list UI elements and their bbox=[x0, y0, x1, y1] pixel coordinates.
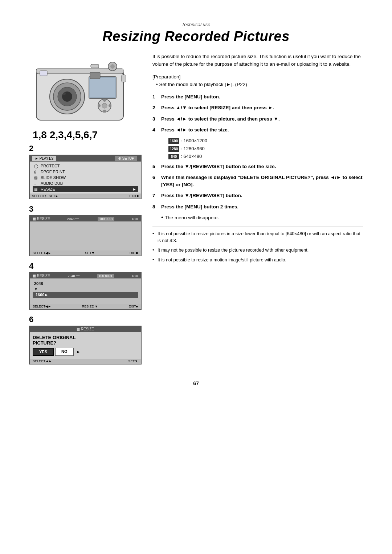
step-8-num: 8 bbox=[152, 203, 158, 211]
svg-rect-13 bbox=[40, 71, 47, 76]
screen6-line2: PICTURE? bbox=[33, 340, 138, 346]
note-2: It may not be possible to resize the pic… bbox=[152, 247, 363, 254]
size-list: 2048 ▼ 1600► bbox=[33, 280, 138, 298]
protect-icon: ◯ bbox=[34, 164, 39, 168]
screen4-body: 2048 ▼ 1600► bbox=[30, 278, 141, 304]
svg-point-6 bbox=[63, 92, 66, 95]
screen-6-mockup: ▦ RESIZE DELETE ORIGINAL PICTURE? YES NO… bbox=[29, 326, 142, 364]
step-number-2: 2 bbox=[29, 144, 142, 153]
size-1600: 1600► bbox=[33, 292, 138, 298]
menu-label-resize: RESIZE bbox=[41, 187, 55, 191]
size-bullet-1280: 1280 : 1280×960 bbox=[168, 145, 363, 152]
screen2-tab-play: ► PLAY1/2 bbox=[32, 156, 56, 161]
steps-list-2: 5 Press the ▼/[REVIEW/SET] button to set… bbox=[152, 163, 363, 211]
step-3: 3 Press ◄/► to select the picture, and t… bbox=[152, 115, 363, 123]
menu-label-slideshow: SLIDE SHOW bbox=[41, 175, 66, 180]
screen6-header: ▦ RESIZE bbox=[30, 326, 141, 332]
page-title: Resizing Recorded Pictures bbox=[29, 29, 363, 44]
preparation-label: [Preparation] bbox=[152, 74, 363, 80]
corner-tl bbox=[11, 11, 18, 18]
screen6-arrow: ► bbox=[77, 350, 81, 354]
screen6-buttons: YES NO ► bbox=[33, 348, 138, 356]
step8-note: • The menu will disappear. bbox=[152, 214, 363, 221]
menu-label-audiodub: AUDIO DUB bbox=[41, 181, 63, 186]
step-label-1-8: 1,8 2,3,4,5,6,7 bbox=[33, 129, 142, 141]
svg-point-16 bbox=[103, 110, 106, 113]
size-text-1280: : 1280×960 bbox=[181, 145, 204, 152]
svg-point-15 bbox=[103, 99, 106, 102]
preparation-bullet: • Set the mode dial to playback [►]. (P2… bbox=[152, 81, 363, 88]
step-2: 2 Press ▲/▼ to select [RESIZE] and then … bbox=[152, 104, 363, 111]
corner-bl bbox=[11, 536, 18, 543]
step-4-num: 4 bbox=[152, 126, 158, 134]
step-1-num: 1 bbox=[152, 93, 158, 101]
camera-svg bbox=[33, 55, 127, 124]
screen3-header-info: 2048 ━━ bbox=[67, 217, 81, 221]
note-3: It is not possible to resize a motion im… bbox=[152, 257, 363, 264]
intro-text: It is possible to reduce the recorded pi… bbox=[152, 53, 363, 68]
main-layout: 1,8 2,3,4,5,6,7 2 ► PLAY1/2 ⚙ SETUP ◯ PR… bbox=[29, 53, 363, 370]
screen6-no-button[interactable]: NO bbox=[55, 348, 74, 356]
right-column: It is possible to reduce the recorded pi… bbox=[152, 53, 363, 266]
screen2-header: ► PLAY1/2 ⚙ SETUP bbox=[30, 155, 141, 162]
size-text-640: : 640×480 bbox=[181, 153, 202, 160]
resize-icon: ▦ bbox=[34, 187, 39, 191]
size-arrow: ▼ bbox=[33, 286, 138, 292]
svg-rect-12 bbox=[91, 64, 99, 68]
screen4-footer: SELECT◀► RESIZE ▼ EXIT■ bbox=[30, 304, 141, 309]
svg-rect-9 bbox=[90, 72, 100, 79]
dpof-icon: ⎙ bbox=[34, 170, 39, 174]
svg-point-17 bbox=[98, 104, 101, 107]
left-column: 1,8 2,3,4,5,6,7 2 ► PLAY1/2 ⚙ SETUP ◯ PR… bbox=[29, 53, 142, 370]
screen3-footer-set: SET▼ bbox=[85, 251, 95, 255]
step-6-num: 6 bbox=[152, 174, 158, 189]
screen6-yes-button[interactable]: YES bbox=[33, 348, 54, 356]
screen2-footer: SELECT↑↓ SET► EXIT■ bbox=[30, 194, 141, 199]
screen6-footer: SELECT◄► SET▼ bbox=[30, 359, 141, 364]
step-3-text: Press ◄/► to select the picture, and the… bbox=[161, 115, 363, 123]
step-5-num: 5 bbox=[152, 163, 158, 170]
preparation-text: Set the mode dial to playback [►]. (P22) bbox=[159, 82, 247, 87]
step-6-text: When this message is displayed “DELETE O… bbox=[161, 174, 363, 189]
screen4-header: ▦ RESIZE 2048 ━━ 100-0001 1/10 bbox=[30, 273, 141, 278]
step-5: 5 Press the ▼/[REVIEW/SET] button to set… bbox=[152, 163, 363, 170]
size-sub-bullets: 1600 : 1600×1200 1280 : 1280×960 640 : 6… bbox=[161, 137, 363, 160]
screen6-footer-select: SELECT◄► bbox=[33, 359, 52, 363]
screen3-footer: SELECT◀► SET▼ EXIT■ bbox=[30, 250, 141, 256]
notes-section: It is not possible to resize pictures in… bbox=[152, 227, 363, 264]
step-7: 7 Press the ▼/[REVIEW/SET] button. bbox=[152, 192, 363, 199]
menu-item-resize: ▦ RESIZE ► bbox=[33, 186, 138, 192]
size-text-1600: : 1600×1200 bbox=[181, 137, 207, 144]
page-number: 67 bbox=[29, 380, 363, 386]
step-7-num: 7 bbox=[152, 192, 158, 199]
corner-br bbox=[374, 536, 381, 543]
screen-4-mockup: ▦ RESIZE 2048 ━━ 100-0001 1/10 2048 ▼ 16… bbox=[29, 272, 142, 310]
badge-1600: 1600 bbox=[168, 138, 179, 144]
resize-arrow: ► bbox=[132, 187, 136, 191]
step-1: 1 Press the [MENU] button. bbox=[152, 93, 363, 101]
menu-item-audiodub: ↓ AUDIO DUB bbox=[33, 180, 138, 186]
screen3-body bbox=[30, 221, 141, 250]
step-4-text: Press ◄/► to select the size. bbox=[161, 126, 363, 134]
technical-use-label: Technical use bbox=[29, 22, 363, 27]
size-bullet-1600: 1600 : 1600×1200 bbox=[168, 137, 363, 144]
menu-item-dpof: ⎙ DPOF PRINT bbox=[33, 169, 138, 175]
svg-point-11 bbox=[110, 64, 115, 69]
step-number-3: 3 bbox=[29, 204, 142, 214]
screen4-header-icon: ▦ RESIZE bbox=[33, 274, 50, 278]
step8-note-text: The menu will disappear. bbox=[165, 215, 219, 220]
screen2-tab-setup: ⚙ SETUP bbox=[115, 156, 137, 161]
bullet-sym-8: • bbox=[161, 214, 165, 220]
menu-label-dpof: DPOF PRINT bbox=[41, 170, 65, 174]
badge-1280: 1280 bbox=[168, 146, 179, 152]
svg-point-18 bbox=[109, 104, 111, 107]
screen4-count: 1/10 bbox=[131, 274, 138, 278]
svg-rect-8 bbox=[90, 78, 115, 97]
slideshow-icon: ▧ bbox=[34, 176, 39, 180]
step-8-text: Press the [MENU] button 2 times. bbox=[161, 203, 363, 211]
steps-list: 1 Press the [MENU] button. 2 Press ▲/▼ t… bbox=[152, 93, 363, 134]
screen3-file: 100-0001 bbox=[98, 217, 114, 221]
screen6-line1: DELETE ORIGINAL bbox=[33, 335, 138, 340]
screen4-footer-resize: RESIZE ▼ bbox=[82, 305, 98, 308]
page-container: Technical use Resizing Recorded Pictures bbox=[0, 0, 392, 554]
